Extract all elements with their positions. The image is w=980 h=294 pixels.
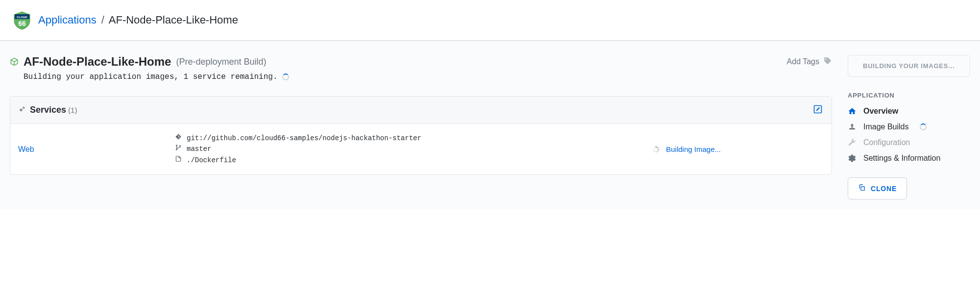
svg-point-10 <box>179 146 180 147</box>
nav-label: Settings & Information <box>863 154 940 163</box>
nav-settings[interactable]: Settings & Information <box>848 154 970 163</box>
build-status-text: Building your application images, 1 serv… <box>24 73 277 81</box>
app-name: AF-Node-Place-Like-Home <box>24 55 171 69</box>
nav-label: Overview <box>863 107 898 116</box>
services-title: Services <box>30 105 66 115</box>
file-icon <box>175 155 182 166</box>
breadcrumb-separator: / <box>99 14 106 26</box>
branch-icon <box>175 144 182 154</box>
git-icon <box>175 133 182 144</box>
svg-rect-16 <box>654 150 655 151</box>
svg-rect-17 <box>653 149 655 149</box>
loading-icon <box>652 146 660 153</box>
cube-icon <box>10 57 19 66</box>
nav-label: Configuration <box>863 138 910 147</box>
svg-rect-18 <box>654 147 655 148</box>
svg-point-8 <box>176 145 177 146</box>
svg-point-2 <box>826 59 827 60</box>
breadcrumb: Applications / AF-Node-Place-Like-Home <box>38 14 238 26</box>
svg-rect-15 <box>656 151 657 152</box>
service-dockerfile: ./Dockerfile <box>187 155 236 166</box>
nav-overview[interactable]: Overview <box>848 107 970 116</box>
home-icon <box>848 107 857 116</box>
nav-image-builds[interactable]: Image Builds <box>848 122 970 131</box>
sidebar-nav: Overview Image Builds Configuration Se <box>848 107 970 163</box>
svg-point-9 <box>176 149 177 150</box>
copy-icon <box>858 184 866 193</box>
svg-text:66: 66 <box>18 20 26 27</box>
svg-rect-19 <box>861 187 864 190</box>
service-branch: master <box>187 144 211 154</box>
svg-text:CLOUD: CLOUD <box>17 16 27 19</box>
clone-label: CLONE <box>871 185 897 193</box>
service-name-link[interactable]: Web <box>18 145 175 154</box>
edit-services-button[interactable] <box>812 103 824 117</box>
service-meta: git://github.com/cloud66-samples/nodejs-… <box>175 133 421 166</box>
app-header: AF-Node-Place-Like-Home (Pre-deployment … <box>10 55 832 69</box>
service-repo: git://github.com/cloud66-samples/nodejs-… <box>187 133 421 144</box>
svg-rect-12 <box>657 147 659 148</box>
services-panel-header: Services (1) <box>10 97 832 124</box>
cloud66-logo: CLOUD 66 <box>12 10 32 30</box>
spinner-icon <box>920 123 927 130</box>
build-status-line: Building your application images, 1 serv… <box>10 73 832 81</box>
sidebar-heading: APPLICATION <box>848 92 970 99</box>
app-stage: (Pre-deployment Build) <box>176 57 266 67</box>
svg-rect-14 <box>657 150 659 151</box>
breadcrumb-current: AF-Node-Place-Like-Home <box>109 14 238 26</box>
svg-rect-13 <box>658 149 660 149</box>
svg-point-4 <box>21 109 22 110</box>
services-panel: Services (1) Web git://github. <box>10 96 832 175</box>
add-tags-button[interactable]: Add Tags <box>787 56 832 67</box>
svg-rect-11 <box>656 146 657 147</box>
spinner-icon <box>282 74 289 80</box>
service-status: Building Image... <box>652 145 824 153</box>
gear-icon <box>848 154 857 163</box>
tag-icon <box>823 56 832 67</box>
nav-configuration: Configuration <box>848 138 970 147</box>
clone-button[interactable]: CLONE <box>848 177 907 199</box>
services-count: (1) <box>68 106 77 114</box>
building-status-button: BUILDING YOUR IMAGES… <box>848 55 970 77</box>
service-status-text: Building Image... <box>666 145 721 153</box>
upload-icon <box>848 122 857 131</box>
add-tags-label: Add Tags <box>787 57 819 66</box>
topbar: CLOUD 66 Applications / AF-Node-Place-Li… <box>0 0 980 41</box>
service-row: Web git://github.com/cloud66-samples/nod… <box>10 124 832 174</box>
breadcrumb-root-link[interactable]: Applications <box>38 14 97 26</box>
gears-icon <box>18 105 26 115</box>
wrench-icon <box>848 138 857 147</box>
svg-point-6 <box>24 107 24 108</box>
nav-label: Image Builds <box>863 122 909 131</box>
